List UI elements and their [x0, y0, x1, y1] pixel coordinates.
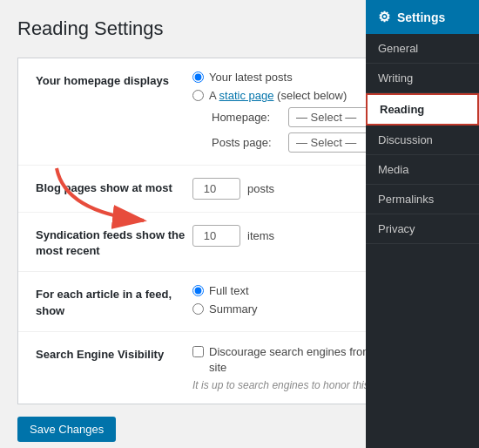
homepage-select-label: Homepage: [212, 111, 281, 124]
sidebar: ⚙ Settings General Writing Reading Discu… [366, 0, 479, 448]
postspage-select-label: Posts page: [212, 136, 281, 149]
sidebar-link-media[interactable]: Media [366, 155, 479, 184]
sidebar-link-reading[interactable]: Reading [368, 95, 477, 124]
sidebar-item-privacy[interactable]: Privacy [366, 214, 479, 244]
homepage-static-label: A static page (select below) [209, 89, 347, 102]
homepage-displays-label: Your homepage displays [36, 71, 192, 89]
homepage-latest-label[interactable]: Your latest posts [209, 71, 293, 84]
sidebar-link-general[interactable]: General [366, 34, 479, 63]
syndication-feeds-suffix: items [247, 229, 274, 242]
static-page-link[interactable]: static page [219, 89, 274, 102]
sidebar-link-discussion[interactable]: Discussion [366, 126, 479, 154]
article-full-radio[interactable] [192, 285, 204, 296]
sidebar-link-privacy[interactable]: Privacy [366, 214, 479, 243]
search-engine-label: Search Engine Visibility [36, 344, 192, 363]
sidebar-item-reading[interactable]: Reading [366, 93, 479, 126]
article-full-label[interactable]: Full text [209, 284, 249, 297]
homepage-latest-radio[interactable] [192, 71, 204, 83]
blog-pages-suffix: posts [247, 182, 274, 195]
article-feed-label: For each article in a feed, show [36, 284, 192, 318]
settings-icon: ⚙ [378, 9, 390, 25]
sidebar-link-writing[interactable]: Writing [366, 64, 479, 92]
sidebar-item-media[interactable]: Media [366, 155, 479, 185]
article-summary-label[interactable]: Summary [209, 302, 258, 316]
sidebar-header: ⚙ Settings [366, 0, 479, 34]
syndication-feeds-label: Syndication feeds show the most recent [36, 225, 192, 259]
sidebar-item-general[interactable]: General [366, 34, 479, 64]
syndication-feeds-input[interactable] [192, 225, 240, 247]
homepage-static-radio[interactable] [192, 90, 204, 101]
sidebar-header-label: Settings [397, 10, 445, 24]
sidebar-link-permalinks[interactable]: Permalinks [366, 185, 479, 214]
blog-pages-input[interactable] [192, 178, 240, 200]
sidebar-menu: General Writing Reading Discussion Media… [366, 34, 479, 244]
article-summary-radio[interactable] [192, 303, 204, 315]
search-engine-checkbox[interactable] [192, 346, 204, 357]
sidebar-item-discussion[interactable]: Discussion [366, 126, 479, 155]
sidebar-item-writing[interactable]: Writing [366, 64, 479, 93]
save-changes-button[interactable]: Save Changes [17, 417, 116, 442]
sidebar-item-permalinks[interactable]: Permalinks [366, 185, 479, 214]
blog-pages-label: Blog pages show at most [36, 178, 192, 196]
